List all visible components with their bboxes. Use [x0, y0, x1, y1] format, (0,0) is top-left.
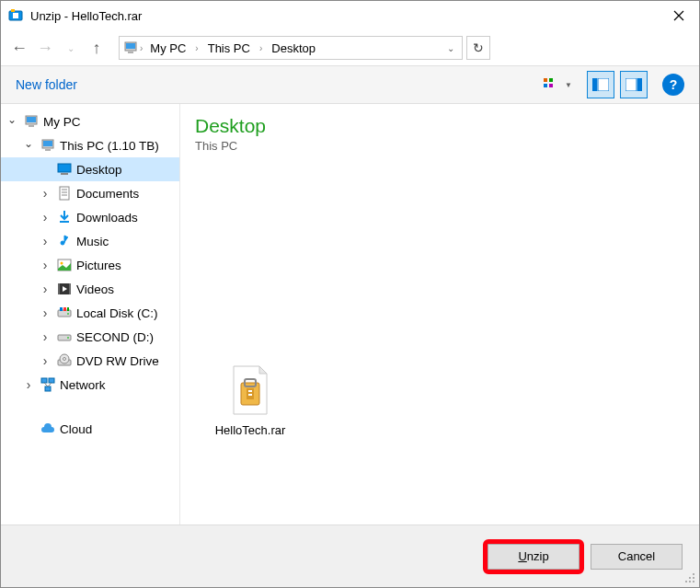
svg-point-55: [685, 581, 687, 582]
chevron-right-icon: ›: [138, 43, 144, 53]
tree-item-this-pc[interactable]: This PC (1.10 TB): [1, 133, 179, 157]
chevron-right-icon: ›: [258, 43, 264, 53]
body-area: My PC This PC (1.10 TB) Desktop Document…: [1, 104, 699, 525]
svg-rect-12: [625, 78, 637, 91]
tree-item-cloud[interactable]: Cloud: [1, 417, 179, 441]
tree-label: Pictures: [76, 259, 121, 272]
tree-label: Downloads: [76, 211, 138, 225]
app-icon: [8, 8, 23, 23]
breadcrumb: My PC › This PC › Desktop: [144, 40, 321, 57]
expand-toggle[interactable]: [38, 329, 52, 344]
expand-toggle[interactable]: [5, 115, 19, 128]
tree-item-pictures[interactable]: Pictures: [1, 253, 179, 277]
titlebar: Unzip - HelloTech.rar: [1, 1, 699, 30]
recent-dropdown[interactable]: ⌄: [60, 37, 82, 59]
svg-rect-34: [63, 307, 66, 311]
new-folder-button[interactable]: New folder: [16, 77, 77, 92]
crumb-desktop[interactable]: Desktop: [266, 40, 321, 57]
tree-label: Desktop: [76, 163, 122, 177]
expand-toggle[interactable]: [38, 186, 52, 201]
help-button[interactable]: ?: [662, 74, 684, 96]
file-name: HelloTech.rar: [195, 423, 305, 437]
svg-point-41: [63, 358, 66, 361]
chevron-right-icon: ›: [193, 43, 200, 53]
view-options-icon[interactable]: [541, 75, 559, 94]
tree-item-documents[interactable]: Documents: [1, 181, 179, 205]
location-title: Desktop: [195, 115, 684, 137]
unzip-button[interactable]: Unzip: [488, 544, 580, 570]
music-icon: [56, 233, 73, 249]
tree-label: This PC (1.10 TB): [60, 139, 159, 153]
tree-label: SECOND (D:): [76, 330, 154, 344]
tree-label: My PC: [43, 115, 81, 129]
tree-label: Cloud: [60, 422, 92, 436]
svg-rect-4: [126, 43, 135, 49]
svg-rect-44: [45, 386, 51, 391]
svg-rect-11: [598, 78, 609, 91]
drive-icon: [56, 305, 73, 321]
svg-rect-32: [58, 310, 71, 317]
tree-item-dvd-drive[interactable]: DVD RW Drive: [1, 349, 179, 373]
tree-label: DVD RW Drive: [76, 354, 159, 368]
svg-rect-1: [11, 9, 15, 12]
svg-rect-10: [592, 78, 597, 91]
svg-rect-35: [67, 307, 69, 311]
svg-rect-6: [544, 78, 547, 82]
tree-item-local-disk[interactable]: Local Disk (C:): [1, 301, 179, 325]
svg-point-38: [67, 337, 69, 339]
window-title: Unzip - HelloTech.rar: [30, 9, 142, 23]
svg-point-54: [693, 577, 694, 579]
cancel-button[interactable]: Cancel: [591, 544, 683, 570]
tree-item-downloads[interactable]: Downloads: [1, 205, 179, 229]
pc-icon: [23, 113, 40, 130]
tree-item-music[interactable]: Music: [1, 229, 179, 253]
file-item[interactable]: HelloTech.rar: [195, 364, 305, 437]
details-pane-button[interactable]: [620, 71, 648, 98]
resize-grip[interactable]: [684, 572, 695, 583]
content-pane[interactable]: Desktop This PC HelloTech.rar: [180, 104, 699, 525]
expand-toggle[interactable]: [38, 234, 52, 248]
svg-rect-30: [58, 283, 60, 294]
crumb-my-pc[interactable]: My PC: [144, 40, 191, 57]
forward-button[interactable]: →: [34, 37, 56, 59]
tree-item-my-pc[interactable]: My PC: [1, 110, 179, 133]
back-button[interactable]: ←: [8, 37, 30, 59]
expand-toggle[interactable]: [21, 377, 36, 392]
tree-label: Local Disk (C:): [76, 306, 158, 320]
svg-point-56: [689, 581, 691, 582]
expand-toggle[interactable]: [21, 139, 36, 152]
svg-rect-5: [128, 52, 133, 53]
address-bar[interactable]: › My PC › This PC › Desktop ⌄: [119, 36, 463, 60]
refresh-button[interactable]: ↻: [466, 36, 490, 60]
svg-rect-18: [43, 141, 52, 146]
svg-rect-51: [248, 394, 252, 396]
expand-toggle[interactable]: [38, 282, 52, 296]
drive-icon: [56, 329, 73, 345]
svg-rect-42: [41, 378, 47, 383]
expand-toggle[interactable]: [38, 306, 52, 320]
svg-rect-7: [544, 84, 547, 87]
crumb-this-pc[interactable]: This PC: [202, 40, 256, 57]
cloud-icon: [40, 421, 56, 437]
tree-item-network[interactable]: Network: [1, 373, 179, 397]
svg-rect-2: [13, 13, 18, 18]
tree-item-videos[interactable]: Videos: [1, 277, 179, 301]
expand-toggle[interactable]: [38, 353, 52, 368]
svg-line-46: [48, 383, 52, 386]
svg-rect-16: [29, 125, 34, 127]
up-button[interactable]: ↑: [86, 37, 108, 59]
view-dropdown[interactable]: ▼: [565, 81, 572, 89]
toolbar: New folder ▼ ?: [1, 65, 699, 104]
expand-toggle[interactable]: [38, 210, 52, 225]
tree-item-desktop[interactable]: Desktop: [1, 157, 179, 181]
tree-item-second-drive[interactable]: SECOND (D:): [1, 325, 179, 349]
address-dropdown[interactable]: ⌄: [443, 43, 458, 53]
svg-rect-8: [549, 78, 553, 82]
tree-label: Videos: [76, 282, 114, 296]
tree-label: Music: [76, 235, 109, 248]
disc-drive-icon: [56, 352, 73, 369]
close-button[interactable]: [659, 1, 699, 30]
expand-toggle[interactable]: [38, 258, 52, 272]
preview-pane-button[interactable]: [587, 71, 614, 98]
svg-rect-15: [27, 117, 36, 122]
